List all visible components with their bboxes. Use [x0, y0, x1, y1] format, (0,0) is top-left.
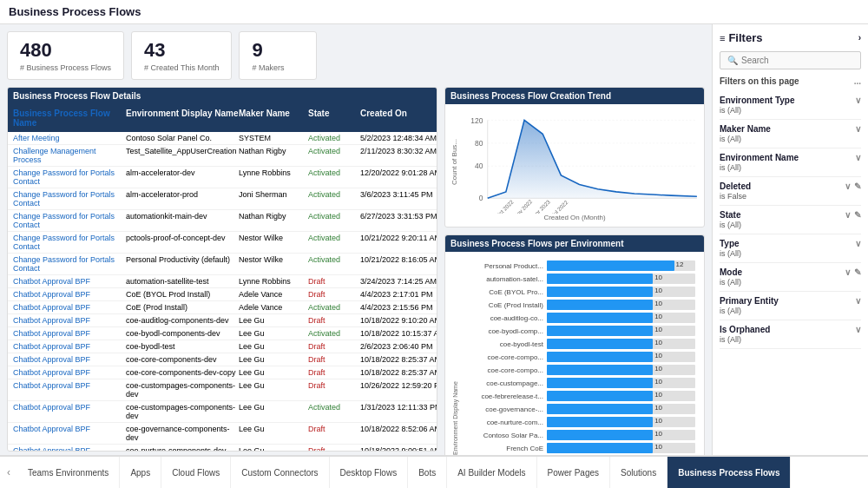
table-row[interactable]: Chatbot Approval BPF coe-auditlog-compon… [8, 314, 437, 327]
filter-chevron-icon-4[interactable]: ∨ [845, 210, 851, 220]
table-row[interactable]: Change Password for Portals Contact alm-… [8, 188, 437, 210]
cell-maker-12: Lee Gu [239, 342, 308, 351]
table-row[interactable]: Chatbot Approval BPF automation-satellit… [8, 275, 437, 288]
cell-maker-0: SYSTEM [239, 134, 308, 142]
stat-label-1: # Created This Month [144, 63, 219, 72]
nav-tab-desktop-flows[interactable]: Desktop Flows [330, 457, 409, 488]
bar-row: coe-custompage... 10 [460, 378, 695, 388]
filter-label-5: Type ∨ [720, 239, 861, 248]
filter-value-3: is False [720, 192, 861, 201]
table-row[interactable]: Challenge Management Process Test_Satell… [8, 145, 437, 167]
top-bar: Business Process Flows [0, 0, 868, 24]
table-row[interactable]: Chatbot Approval BPF coe-nurture-compone… [8, 445, 437, 452]
nav-tab-ai-builder-models[interactable]: AI Builder Models [447, 457, 536, 488]
svg-text:Oct 2022: Oct 2022 [495, 198, 515, 214]
nav-tab-business-process-flows[interactable]: Business Process Flows [667, 457, 791, 488]
bar-row: coe-core-compo... 10 [460, 352, 695, 362]
cell-state-13: Draft [308, 355, 360, 364]
table-row[interactable]: Change Password for Portals Contact alm-… [8, 167, 437, 188]
col-header-env: Environment Display Name [126, 109, 239, 128]
cell-env-11: coe-byodl-components-dev [126, 329, 239, 338]
filter-edit-icon-3[interactable]: ✎ [854, 181, 861, 191]
filter-item-8: Is Orphaned ∨ is (All) [720, 320, 861, 349]
bar-label-12: coe-nurture-com... [460, 419, 547, 426]
nav-tab-teams-environments[interactable]: Teams Environments [17, 457, 120, 488]
table-row[interactable]: Chatbot Approval BPF coe-custompages-com… [8, 401, 437, 423]
search-icon: 🔍 [727, 56, 738, 65]
table-row[interactable]: Chatbot Approval BPF coe-governance-comp… [8, 423, 437, 445]
filter-chevron-icon-1[interactable]: ∨ [855, 124, 861, 134]
filter-chevron-icon-8[interactable]: ∨ [855, 325, 861, 334]
cell-state-16: Activated [308, 403, 360, 420]
bar-value-7: 10 [653, 352, 662, 359]
table-row[interactable]: Change Password for Portals Contact Pers… [8, 254, 437, 275]
bar-fill-6 [547, 339, 653, 349]
filter-chevron-icon-6[interactable]: ∨ [845, 267, 851, 277]
cell-created-2: 12/20/2022 9:01:28 AM [360, 168, 437, 186]
bar-label-1: automation-satel... [460, 275, 547, 283]
svg-text:40: 40 [475, 162, 483, 170]
bar-track-12: 10 [547, 417, 695, 427]
table-row[interactable]: Chatbot Approval BPF coe-custompages-com… [8, 379, 437, 401]
nav-tab-solutions[interactable]: Solutions [610, 457, 667, 488]
bar-y-label: Environment Display Name [450, 257, 460, 455]
bar-fill-10 [547, 391, 653, 401]
nav-tab-bots[interactable]: Bots [408, 457, 447, 488]
filter-item-6: Mode ∨ ✎ is (All) [720, 263, 861, 292]
search-box[interactable]: 🔍 [720, 51, 861, 69]
table-row[interactable]: Change Password for Portals Contact auto… [8, 210, 437, 232]
table-row[interactable]: Chatbot Approval BPF coe-core-components… [8, 353, 437, 366]
filter-chevron-icon-3[interactable]: ∨ [845, 181, 851, 191]
nav-tab-custom-connectors[interactable]: Custom Connectors [231, 457, 329, 488]
bar-label-7: coe-core-compo... [460, 353, 547, 361]
cell-env-7: automation-satellite-test [126, 277, 239, 286]
cell-name-16: Chatbot Approval BPF [13, 403, 126, 420]
table-body[interactable]: After Meeting Contoso Solar Panel Co. SY… [8, 132, 437, 452]
filter-chevron-icon-5[interactable]: ∨ [855, 239, 861, 248]
table-row[interactable]: Chatbot Approval BPF coe-byodl-test Lee … [8, 340, 437, 353]
bar-fill-3 [547, 300, 653, 310]
table-row[interactable]: Chatbot Approval BPF coe-byodl-component… [8, 327, 437, 340]
cell-maker-8: Adele Vance [239, 290, 308, 299]
nav-tab-power-pages[interactable]: Power Pages [537, 457, 610, 488]
nav-tab-apps[interactable]: Apps [120, 457, 161, 488]
cell-created-17: 10/18/2022 8:52:06 AM [360, 425, 437, 442]
table-row[interactable]: Chatbot Approval BPF CoE (BYOL Prod Inst… [8, 288, 437, 301]
filter-edit-icon-6[interactable]: ✎ [854, 267, 861, 277]
filter-chevron-icon-7[interactable]: ∨ [855, 296, 861, 306]
filter-value-0: is (All) [720, 106, 861, 115]
table-row[interactable]: After Meeting Contoso Solar Panel Co. SY… [8, 132, 437, 145]
filter-chevron-icon-0[interactable]: ∨ [855, 96, 861, 105]
table-row[interactable]: Chatbot Approval BPF CoE (Prod Install) … [8, 301, 437, 314]
table-row[interactable]: Chatbot Approval BPF coe-core-components… [8, 366, 437, 379]
cell-name-13: Chatbot Approval BPF [13, 355, 126, 364]
page-title: Business Process Flows [9, 5, 141, 18]
cell-maker-5: Nestor Wilke [239, 234, 308, 251]
bar-row: coe-nurture-com... 10 [460, 417, 695, 427]
bar-track-0: 12 [547, 260, 695, 271]
cell-created-7: 3/24/2023 7:14:25 AM [360, 277, 437, 286]
cell-state-7: Draft [308, 277, 360, 286]
cell-name-17: Chatbot Approval BPF [13, 425, 126, 442]
bar-value-4: 10 [653, 313, 662, 320]
trend-chart-card: Business Process Flow Creation Trend Cou… [444, 87, 705, 228]
search-input[interactable] [741, 56, 853, 65]
bar-row: automation-satel... 10 [460, 274, 695, 284]
cell-state-18: Draft [308, 446, 360, 452]
filter-chevron-icon-2[interactable]: ∨ [855, 153, 861, 162]
filters-expand-icon[interactable]: › [858, 33, 861, 43]
stat-value-0: 480 [20, 39, 111, 62]
nav-tab-cloud-flows[interactable]: Cloud Flows [161, 457, 231, 488]
cell-state-2: Activated [308, 168, 360, 186]
cell-name-3: Change Password for Portals Contact [13, 190, 126, 208]
nav-left-arrow[interactable]: ‹ [0, 457, 17, 488]
bar-row: coe-auditlog-co... 10 [460, 313, 695, 323]
trend-y-label: Count of Bus... [450, 139, 458, 185]
bar-fill-7 [547, 352, 653, 362]
bar-value-1: 10 [653, 274, 662, 281]
bar-row: Contoso Solar Pa... 10 [460, 430, 695, 440]
col-header-name: Business Process Flow Name [13, 109, 126, 128]
filter-edit-icon-4[interactable]: ✎ [854, 210, 861, 220]
table-row[interactable]: Change Password for Portals Contact pcto… [8, 232, 437, 254]
filter-label-7: Primary Entity ∨ [720, 296, 861, 306]
